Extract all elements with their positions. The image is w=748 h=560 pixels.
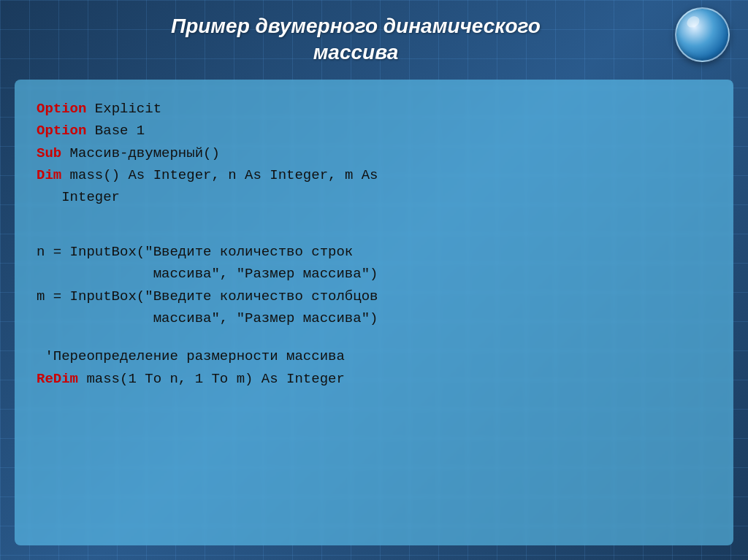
code-line-1: Option Explicit [37, 98, 711, 120]
spacer-2 [37, 225, 711, 241]
keyword-redim: ReDim [37, 371, 78, 387]
keyword-option-explicit: Option [37, 101, 86, 117]
slide-title: Пример двумерного динамического массива [171, 13, 541, 66]
code-line-4-cont: Integer [37, 186, 711, 208]
code-line-6: m = InputBox("Введите количество столбцо… [37, 285, 711, 307]
spacer-3 [37, 329, 711, 345]
code-line-4: Dim mass() As Integer, n As Integer, m A… [37, 164, 711, 186]
code-line-7: 'Переопределение размерности массива [37, 345, 711, 367]
title-line1: Пример двумерного динамического [171, 15, 541, 37]
globe-icon [675, 7, 733, 66]
code-line-5: n = InputBox("Введите количество строк [37, 241, 711, 263]
code-line-3: Sub Массив-двумерный() [37, 142, 711, 164]
header: Пример двумерного динамического массива [0, 0, 748, 80]
title-line2: массива [313, 41, 399, 64]
code-block: Option Explicit Option Base 1 Sub Массив… [37, 98, 711, 390]
keyword-sub: Sub [37, 145, 61, 161]
code-content-area: Option Explicit Option Base 1 Sub Массив… [15, 80, 733, 545]
keyword-option-base: Option [37, 123, 86, 139]
keyword-dim: Dim [37, 167, 61, 183]
slide-container: Пример двумерного динамического массива … [0, 0, 748, 560]
code-line-2: Option Base 1 [37, 120, 711, 142]
globe-circle [675, 7, 730, 62]
code-line-6-cont: массива", "Размер массива") [37, 307, 711, 329]
code-line-8: ReDim mass(1 To n, 1 To m) As Integer [37, 368, 711, 390]
code-line-5-cont: массива", "Размер массива") [37, 263, 711, 285]
spacer-1 [37, 209, 711, 225]
